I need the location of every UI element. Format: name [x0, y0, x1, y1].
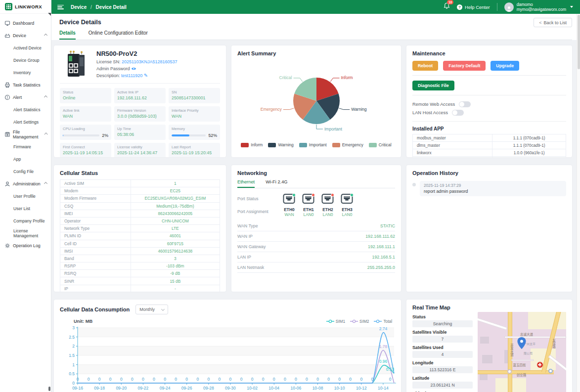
progress-bar	[172, 134, 206, 136]
sidebar-item-firmware[interactable]: Firmware	[0, 140, 51, 153]
user-menu[interactable]: damomo mymo@navigateworx.com	[504, 2, 573, 12]
point-label: 1.78	[379, 344, 388, 349]
remote-web-access-toggle[interactable]	[459, 101, 471, 107]
networking-row-wan-type: WAN TypeSTATIC	[237, 221, 395, 231]
factory-default-button[interactable]: Factory Default	[443, 61, 486, 71]
legend-item-inform[interactable]: Inform	[241, 142, 263, 147]
sidebar-item-alert[interactable]: Alert	[0, 91, 51, 103]
sidebar-item-license-management[interactable]: License Management	[0, 227, 51, 239]
sidebar-item-config-file[interactable]: Config File	[0, 165, 51, 177]
breadcrumb-device-detail[interactable]: Device Detail	[96, 4, 127, 10]
location-pin-icon[interactable]	[517, 337, 527, 350]
cellular-status-card: Cellular Status Active SIM1ModemEC25Mode…	[53, 165, 226, 292]
tab-ethernet[interactable]: Ethernet	[237, 179, 255, 188]
port-status-label: Port Status	[237, 196, 283, 201]
lan-host-access-toggle[interactable]	[452, 110, 464, 116]
cellular-status-table: Active SIM1ModemEC25Modem FirmwareEC25EU…	[60, 179, 220, 292]
stat-memory: Memory52%	[169, 125, 220, 140]
gps-field-label: Satellites Visible	[412, 330, 473, 335]
point-label: 0	[207, 377, 210, 382]
task-statistics-icon	[4, 82, 10, 88]
legend-item-warning[interactable]: Warning	[268, 142, 293, 147]
description-value: test111920	[121, 73, 142, 78]
breadcrumb-device[interactable]: Device	[71, 4, 87, 10]
point-label: 0	[240, 377, 243, 382]
point-label: 0	[295, 377, 297, 382]
sidebar-item-dashboard[interactable]: Dashboard	[0, 17, 51, 29]
installed-app-row: modbus_master1.1.1 (070cad9-1)	[413, 134, 566, 142]
help-center-button[interactable]: ? Help Center	[457, 4, 490, 10]
sidebar-item-user-profile[interactable]: User Profile	[0, 190, 51, 202]
cellular-row-cell-id: Cell ID60F9715	[60, 240, 220, 248]
sidebar-scrollbar-thumb[interactable]	[48, 387, 50, 391]
chevron-up-icon	[44, 132, 47, 136]
legend-item-sim1[interactable]: SIM1	[326, 319, 345, 324]
sidebar-item-company-profile[interactable]: Company Profile	[0, 215, 51, 227]
linkworx-logo-icon	[5, 3, 12, 10]
pie-label-inform: Inform	[341, 75, 353, 80]
upgrade-button[interactable]: Upgrade	[491, 61, 519, 71]
alert-summary-card: Alert Summary InformWarningImportantEmer…	[231, 45, 402, 158]
brand[interactable]: LINKWORX	[0, 0, 51, 14]
sidebar-item-alert-statistics[interactable]: Alert Statistics	[0, 103, 51, 116]
point-label: 0	[219, 377, 221, 382]
timeline-dot-icon	[412, 183, 416, 186]
sidebar-item-operation-log[interactable]: Operation Log	[0, 239, 51, 252]
sidebar-collapse-handle[interactable]	[48, 13, 51, 16]
back-to-list-button[interactable]: <Back to List	[534, 18, 572, 27]
legend-item-total[interactable]: Total	[374, 319, 392, 324]
gps-field-value: Searching	[412, 320, 473, 327]
point-label: 0	[185, 377, 188, 382]
svg-text:1.5: 1.5	[69, 353, 75, 358]
sidebar-menu: DashboardDeviceActived DeviceDevice Grou…	[0, 14, 51, 252]
legend-item-emergency[interactable]: Emergency	[332, 142, 363, 147]
edit-icon[interactable]: ✎	[144, 73, 148, 78]
cellular-row-ip: IP-	[60, 285, 220, 292]
operation-history-card: Operation History 2025-11-19 14:37:29rep…	[406, 165, 573, 292]
sidebar-item-file-management[interactable]: File Management	[0, 128, 51, 140]
eye-icon[interactable]	[131, 67, 136, 71]
page-scrollbar-thumb[interactable]	[578, 15, 580, 69]
series-line-total	[78, 333, 394, 383]
tab-online-configuration-editor[interactable]: Online Configuration Editor	[89, 30, 148, 40]
sidebar-item-inventory[interactable]: Inventory	[0, 66, 51, 79]
point-label: 0	[153, 377, 155, 382]
period-select[interactable]: Monthly	[135, 305, 168, 314]
svg-text:2: 2	[72, 344, 75, 348]
legend-item-important[interactable]: Important	[299, 142, 327, 147]
user-icon	[506, 5, 512, 12]
sidebar-item-administration[interactable]: Administration	[0, 177, 51, 190]
tab-details[interactable]: Details	[59, 30, 76, 40]
page-tabs: Details Online Configuration Editor	[59, 30, 572, 40]
menu-toggle-icon[interactable]	[57, 5, 64, 9]
point-label: 0	[88, 377, 90, 382]
pie-label-critical: Critical	[279, 75, 292, 80]
point-label: 0	[284, 377, 286, 382]
sidebar-item-alert-settings[interactable]: Alert Settings	[0, 116, 51, 128]
port-eth3: ETH3LAN0	[341, 193, 354, 217]
chevron-up-icon	[44, 95, 47, 99]
sidebar-item-user-list[interactable]: User List	[0, 202, 51, 215]
legend-item-sim2[interactable]: SIM2	[350, 319, 369, 324]
sidebar-item-actived-device[interactable]: Actived Device	[0, 42, 51, 54]
svg-text:10-08: 10-08	[312, 386, 323, 391]
maintenance-title: Maintenance	[412, 50, 566, 56]
page-header: Device Details Details Online Configurat…	[51, 14, 580, 40]
sidebar-item-app[interactable]: App	[0, 153, 51, 165]
tab-wifi-24g[interactable]: Wi-Fi 2.4G	[266, 179, 287, 188]
reboot-button[interactable]: Reboot	[412, 61, 438, 71]
device-overview-card: NR500-ProV2 License SN: 20251103KNJA5128…	[53, 45, 226, 158]
sidebar-item-task-statistics[interactable]: Task Statistics	[0, 79, 51, 91]
cellular-row-active-sim: Active SIM1	[60, 180, 220, 187]
stat-license-validity: License validity2025-11-24 14:36:47	[114, 143, 166, 158]
gps-field-value: 23.061241 N	[412, 382, 473, 389]
legend-item-critical[interactable]: Critical	[369, 142, 392, 147]
user-email: mymo@navigateworx.com	[517, 7, 566, 12]
user-name: damomo	[517, 2, 566, 7]
diagnostic-file-button[interactable]: Diagnostic File	[412, 81, 454, 90]
sidebar-item-device-group[interactable]: Device Group	[0, 54, 51, 66]
sidebar-item-device[interactable]: Device	[0, 29, 51, 42]
notifications-button[interactable]: 10	[444, 2, 450, 11]
svg-text:09-30: 09-30	[225, 386, 236, 391]
map[interactable]: 志诚大道 开发大道 创业路 友谊路 蓝玉四街 广州太平 限公司	[478, 312, 566, 392]
